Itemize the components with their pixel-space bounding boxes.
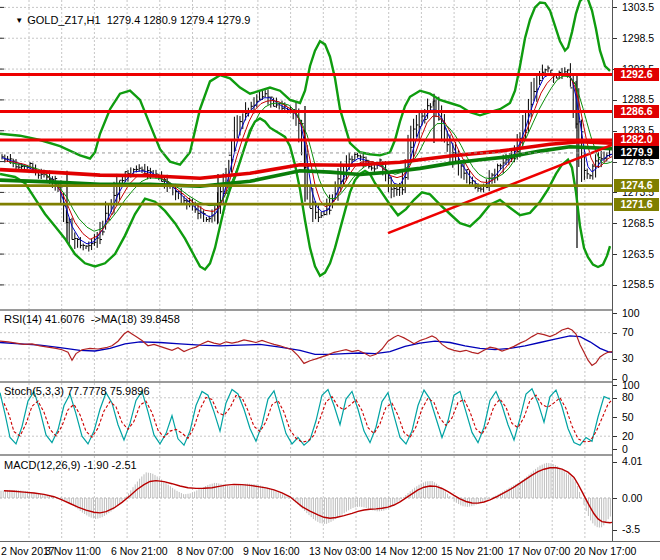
mt4-chart-window: ▼GOLD_Z17,H1 1279.4 1280.9 1279.4 1279.9… xyxy=(0,0,660,560)
time-axis-label: 13 Nov 03:00 xyxy=(309,545,371,557)
time-axis-label: 3 Nov 11:00 xyxy=(45,545,101,557)
stoch-tick-label: 50 xyxy=(622,411,634,423)
price-tick-label: 1268.5 xyxy=(622,217,654,229)
time-axis-label: 14 Nov 12:00 xyxy=(375,545,437,557)
axis-tick xyxy=(613,223,617,224)
axis-tick xyxy=(613,131,617,132)
axis-tick xyxy=(613,100,617,101)
axis-tick xyxy=(613,498,617,499)
axis-tick xyxy=(613,436,617,437)
axis-tick xyxy=(613,333,617,334)
time-axis-label: 20 Nov 17:00 xyxy=(574,545,636,557)
rsi-tick-label: 30 xyxy=(622,352,634,364)
axis-tick xyxy=(613,379,617,380)
macd-tick-label: 4.01 xyxy=(622,455,642,467)
stoch-panel-title: Stoch(5,3,3) 77.7778 75.9896 xyxy=(4,385,150,397)
time-axis-label: 9 Nov 16:00 xyxy=(243,545,300,557)
macd-tick-label: -3.5 xyxy=(622,523,640,535)
rsi-panel-title: RSI(14) 41.6076 ->MA(18) 39.8458 xyxy=(4,313,180,325)
axis-tick xyxy=(613,38,617,39)
price-tick-label: 1263.5 xyxy=(622,248,654,260)
rsi-tick-label: 100 xyxy=(622,307,640,319)
axis-tick xyxy=(613,449,617,450)
resistance-price-badge: 1292.6 xyxy=(614,68,659,81)
stoch-tick-label: 0 xyxy=(622,443,628,455)
stoch-d-line xyxy=(4,395,612,442)
macd-tick-label: 0.00 xyxy=(622,492,642,504)
time-axis-label: 15 Nov 21:00 xyxy=(441,545,503,557)
support-price-badge: 1274.6 xyxy=(614,179,659,192)
main-price-chart[interactable] xyxy=(0,0,612,309)
time-axis-label: 17 Nov 07:00 xyxy=(508,545,570,557)
time-axis-label: 8 Nov 07:00 xyxy=(177,545,234,557)
rsi-tick-label: 70 xyxy=(622,326,634,338)
stoch-tick-label: 20 xyxy=(622,430,634,442)
price-tick-label: 1298.5 xyxy=(622,32,654,44)
axis-tick xyxy=(613,462,617,463)
axis-tick xyxy=(613,417,617,418)
resistance-price-badge: 1282.0 xyxy=(614,133,659,146)
current-bid-badge: 1279.9 xyxy=(614,146,659,159)
price-axis[interactable]: 1303.51298.51293.51288.51283.51278.51273… xyxy=(613,0,660,541)
axis-tick xyxy=(613,530,617,531)
axis-tick xyxy=(613,359,617,360)
symbol-dropdown-icon[interactable]: ▼ xyxy=(15,16,23,25)
macd-panel-title: MACD(12,26,9) -1.90 -2.51 xyxy=(4,459,137,471)
resistance-price-badge: 1286.6 xyxy=(614,105,659,118)
time-axis[interactable]: 2 Nov 20173 Nov 11:006 Nov 21:008 Nov 07… xyxy=(0,541,660,560)
rsi-ma-line xyxy=(0,336,612,354)
axis-tick xyxy=(613,313,617,314)
time-axis-label: 6 Nov 21:00 xyxy=(111,545,168,557)
price-tick-label: 1303.5 xyxy=(622,1,654,13)
axis-tick xyxy=(613,162,617,163)
price-tick-label: 1258.5 xyxy=(622,278,654,290)
support-price-badge: 1271.6 xyxy=(614,198,659,211)
stoch-tick-label: 80 xyxy=(622,391,634,403)
axis-tick xyxy=(613,7,617,8)
axis-tick xyxy=(613,192,617,193)
axis-tick xyxy=(613,285,617,286)
axis-tick xyxy=(613,385,617,386)
axis-tick xyxy=(613,254,617,255)
symbol-ohlc-text: GOLD_Z17,H1 1279.4 1280.9 1279.4 1279.9 xyxy=(27,14,250,26)
stoch-tick-label: 100 xyxy=(622,379,640,391)
price-tick-label: 1288.5 xyxy=(622,93,654,105)
symbol-header: ▼GOLD_Z17,H1 1279.4 1280.9 1279.4 1279.9 xyxy=(3,2,250,38)
axis-tick xyxy=(613,398,617,399)
main-chart-canvas[interactable] xyxy=(0,0,612,309)
